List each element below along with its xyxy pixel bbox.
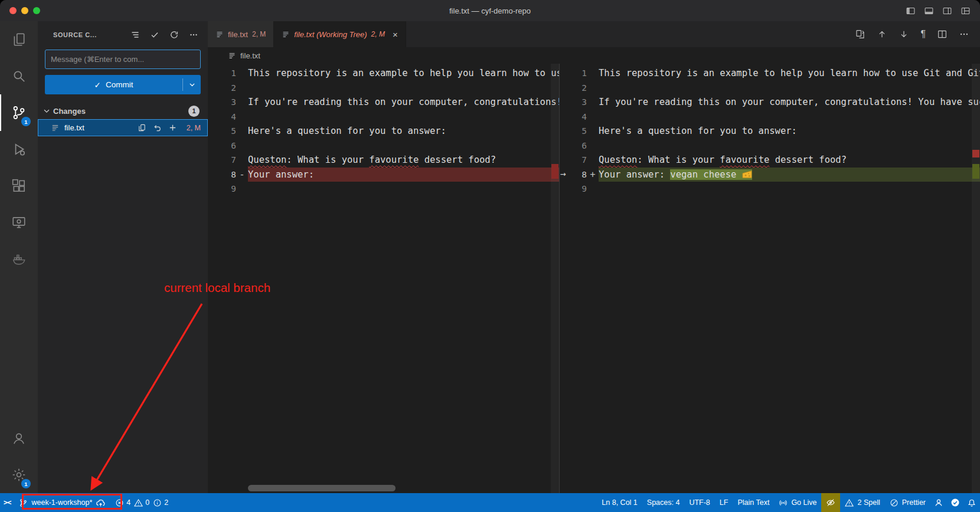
open-changes-icon[interactable] [855,29,865,40]
diff-line-modified-3[interactable]: 3If you're reading this on your computer… [560,95,980,110]
tab-file-txt[interactable]: file.txt 2, M [208,21,274,47]
left-scrollbar[interactable] [551,64,559,493]
settings-badge: 1 [21,479,31,488]
search-icon [11,68,27,84]
line-number: 4 [570,110,587,124]
feedback-item[interactable] [930,493,947,512]
traffic-lights [9,7,40,14]
zoom-window-button[interactable] [33,7,40,14]
diff-line-original-3[interactable]: 3If you're reading this on your computer… [208,95,559,110]
diff-line-modified-6[interactable]: 6 [560,139,980,153]
problems-status-item[interactable]: 4 0 2 [110,493,173,512]
scm-file-row[interactable]: file.txt 2, M [38,119,208,136]
scm-file-decoration: 2, M [187,124,201,132]
status-check-item[interactable] [947,493,963,512]
tab-file-txt-working-tree[interactable]: file.txt (Working Tree) 2, M × [274,21,406,47]
spell-warning-icon [845,498,854,507]
go-live-item[interactable]: Go Live [774,493,821,512]
diff-line-original-5[interactable]: 5Here's a question for you to answer: [208,124,559,139]
annotation-label: current local branch [164,281,270,295]
overview-ruler[interactable] [972,64,980,493]
language-mode-item[interactable]: Plain Text [733,493,774,512]
activity-docker[interactable] [0,241,38,277]
docker-icon [11,251,27,267]
run-debug-icon [11,142,27,157]
diff-line-original-8[interactable]: 8-Your answer: [208,168,559,182]
eye-crossed-icon [826,498,835,507]
diff-line-modified-7[interactable]: 7Queston: What is your favourite dessert… [560,153,980,168]
minimize-window-button[interactable] [21,7,28,14]
check-circle-icon [950,498,960,507]
breadcrumb[interactable]: file.txt [208,47,980,64]
sidebar-title: SOURCE C... [53,31,97,38]
next-change-icon[interactable] [899,29,909,40]
diff-line-modified-5[interactable]: 5Here's a question for you to answer: [560,124,980,139]
diff-line-modified-9[interactable]: 9 [560,182,980,196]
toggle-secondary-sidebar-icon[interactable] [942,6,952,16]
git-branch-icon [19,498,28,507]
line-text: If you're reading this on your computer,… [248,95,559,110]
diff-line-original-2[interactable]: 2 [208,81,559,96]
stage-changes-icon[interactable] [168,123,177,132]
diff-line-original-4[interactable]: 4 [208,110,559,124]
more-actions-icon[interactable] [959,29,969,40]
split-editor-icon[interactable] [937,29,948,40]
activity-accounts[interactable] [0,420,38,457]
whitespace-pilcrow-icon[interactable]: ¶ [920,29,926,39]
commit-button[interactable]: ✓ Commit [45,75,182,94]
refresh-icon[interactable] [169,30,179,40]
more-actions-icon[interactable] [189,30,198,40]
activity-run-debug[interactable] [0,131,38,168]
commit-check-icon[interactable] [150,30,159,40]
activity-source-control[interactable]: 1 [0,94,38,131]
prettier-item[interactable]: Prettier [885,493,930,512]
commit-dropdown-button[interactable] [183,75,201,94]
view-as-tree-icon[interactable] [130,30,140,40]
scm-file-name: file.txt [64,123,84,132]
line-number: 3 [570,95,587,110]
close-window-button[interactable] [9,7,17,14]
eol-item[interactable]: LF [715,493,733,512]
diff-line-modified-2[interactable]: 2 [560,81,980,96]
commit-message-input[interactable] [45,50,201,69]
previous-change-icon[interactable] [877,29,887,40]
cursor-position-item[interactable]: Ln 8, Col 1 [597,493,642,512]
broadcast-icon [779,498,788,507]
branch-status-item[interactable]: week-1-workshop* [14,493,110,512]
horizontal-scrollbar[interactable] [248,485,396,491]
close-tab-icon[interactable]: × [393,29,398,40]
diff-line-original-6[interactable]: 6 [208,139,559,153]
line-number: 9 [570,182,587,196]
revert-block-arrow[interactable]: → [560,167,575,182]
line-number: 9 [216,182,236,196]
customize-layout-icon[interactable] [961,6,971,16]
diff-line-original-1[interactable]: 1This repository is an example to help y… [208,66,559,81]
line-number: 1 [570,66,587,81]
indentation-item[interactable]: Spaces: 4 [642,493,685,512]
spell-checker-item[interactable]: 2 Spell [840,493,884,512]
discard-changes-icon[interactable] [153,123,162,132]
original-lines: 1This repository is an example to help y… [208,64,559,196]
toggle-sidebar-icon[interactable] [906,6,916,16]
encoding-item[interactable]: UTF-8 [684,493,714,512]
changes-section-header[interactable]: Changes 1 [38,103,208,119]
diff-line-modified-4[interactable]: 4 [560,110,980,124]
activity-settings[interactable]: 1 [0,457,38,493]
hidden-files-item[interactable] [821,493,840,512]
open-file-icon[interactable] [138,123,146,132]
commit-split-button: ✓ Commit [45,75,201,94]
diff-line-original-9[interactable]: 9 [208,182,559,196]
activity-remote-explorer[interactable] [0,204,38,241]
diff-line-modified-8[interactable]: 8+Your answer: vegan cheese [560,168,980,182]
activity-extensions[interactable] [0,168,38,204]
diff-line-original-7[interactable]: 7Queston: What is your favourite dessert… [208,153,559,168]
activity-explorer[interactable] [0,21,38,58]
toggle-panel-icon[interactable] [924,6,934,16]
remote-indicator[interactable]: >< [0,493,14,512]
status-bar: >< week-1-workshop* 4 0 2 Ln 8, Col 1 Sp… [0,493,980,512]
notifications-item[interactable] [963,493,980,512]
diff-line-modified-1[interactable]: 1This repository is an example to help y… [560,66,980,81]
tab-bar: file.txt 2, M file.txt (Working Tree) 2,… [208,21,980,47]
commit-button-label: Commit [106,80,133,89]
activity-search[interactable] [0,58,38,94]
